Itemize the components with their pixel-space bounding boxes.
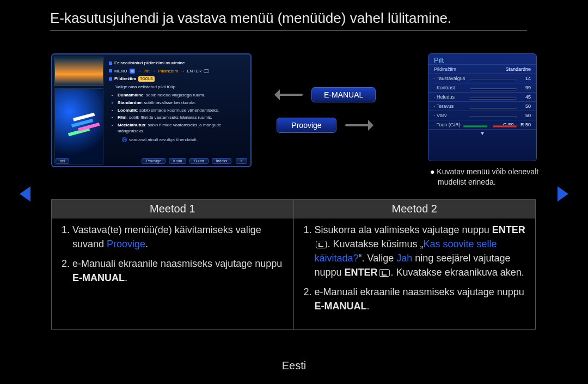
tools-badge: TOOLS (138, 76, 155, 82)
thumbnail-image (54, 57, 103, 86)
row-label: · Taustavalgus (434, 76, 465, 81)
row-value: 50 (525, 103, 531, 109)
list-item: e-Manuali ekraanile naasmiseks vajutage … (315, 285, 528, 313)
row-value: 14 (525, 76, 531, 81)
list-item: Sisukorra ala valimiseks vajutage nuppu … (315, 223, 528, 279)
emanual-subtitle: Valige oma eelistatud pildi tüüp. (115, 84, 247, 90)
row-label: Pildirežiim (434, 66, 456, 72)
enter-icon (379, 269, 390, 277)
menu-row-slider[interactable]: · Heledus45 (428, 92, 536, 101)
row-label: · Kontrast (434, 85, 455, 90)
page-next-button[interactable] (558, 186, 576, 202)
footer-button[interactable]: Kodu (169, 158, 186, 164)
mode-item: Film: sobib filmide vaatamiseks hämaras … (118, 114, 247, 121)
row-label: · Värv (434, 113, 447, 118)
mode-item: Dünaamiline: sobib heleda valgusega ruum… (118, 92, 247, 99)
breadcrumb: MENU (114, 68, 127, 75)
emanual-screenshot: Eelseadistatud pildirežiimi muutmine MEN… (51, 53, 252, 167)
menu-row-mode[interactable]: Pildirežiim Standardne (428, 64, 536, 74)
help-button[interactable]: abi (56, 158, 69, 164)
menu-row-slider[interactable]: · Taustavalgus14 (428, 74, 536, 83)
list-item: Vastava(te) menüü(de) käivitamiseks vali… (72, 223, 286, 251)
enter-icon (316, 241, 327, 248)
thumbnail-image (54, 88, 103, 164)
info-icon: N (122, 137, 127, 142)
row-value: 50 (525, 113, 531, 118)
footer-button[interactable]: Suum (189, 158, 208, 164)
menu-row-slider[interactable]: · Teravus50 (428, 101, 536, 111)
menu-icon: ▥ (130, 69, 135, 74)
mode-item: Loomulik: sobib silmade koormuse vähenda… (118, 107, 247, 114)
menu-row-slider[interactable]: · Värv50 (428, 111, 536, 120)
breadcrumb: ENTER (187, 68, 201, 75)
enter-icon (204, 69, 209, 73)
menu-row-slider[interactable]: · Kontrast99 (428, 83, 536, 92)
table-cell: Vastava(te) menüü(de) käivitamiseks vali… (52, 218, 294, 330)
breadcrumb: Pildirežiim (158, 68, 178, 75)
footer-button[interactable]: Indeks (212, 158, 232, 164)
list-item: e-Manuali ekraanile naasmiseks vajutage … (72, 257, 286, 285)
row-label: Toon (G/R) (437, 122, 461, 127)
row-label: · Teravus (434, 103, 454, 109)
transition-arrows: E-MANUAL Proovige (277, 87, 402, 148)
proovige-pill: Proovige (277, 118, 336, 133)
emanual-pill: E-MANUAL (311, 87, 376, 102)
mode-item: Standardne: sobib tavalisse keskkonda. (118, 100, 247, 106)
mode-item: Meelelahutus: sobib filmide vaatamiseks … (118, 122, 247, 135)
chevron-down-icon[interactable]: ▼ (428, 129, 536, 137)
menu-title: Pilt (428, 54, 536, 64)
row-value: 99 (525, 85, 531, 90)
close-button[interactable]: X (236, 158, 247, 164)
emanual-footnote: saadaval ainult arvutiga ühendatult. (129, 137, 198, 143)
arrow-right-icon (345, 124, 371, 126)
row-value: 45 (525, 94, 531, 100)
table-header: Meetod 1 (52, 200, 294, 218)
menu-row-tone[interactable]: · Toon (G/R) G 50 R 50 (428, 120, 536, 129)
row-label: · Heledus (434, 94, 455, 100)
arrow-left-icon (277, 94, 303, 96)
footer-button[interactable]: Proovige (142, 158, 166, 164)
language-label: Eesti (0, 359, 588, 372)
methods-table: Meetod 1 Meetod 2 Vastava(te) menüü(de) … (51, 199, 536, 330)
page-prev-button[interactable] (12, 186, 30, 202)
page-title: E-kasutusjuhendi ja vastava menüü (menüü… (50, 10, 527, 31)
breadcrumb: Pilt (144, 68, 150, 75)
row-value: Standardne (505, 66, 531, 72)
tone-right: R 50 (520, 122, 531, 127)
table-header: Meetod 2 (293, 200, 536, 218)
picture-menu: Pilt Pildirežiim Standardne · Taustavalg… (428, 53, 537, 161)
mode-label: Pildirežiim (114, 76, 136, 82)
table-cell: Sisukorra ala valimiseks vajutage nuppu … (293, 218, 536, 330)
note-text: Kuvatav menüü võib olenevalt mudelist er… (428, 167, 542, 187)
emanual-heading: Eelseadistatud pildirežiimi muutmine (114, 60, 185, 66)
